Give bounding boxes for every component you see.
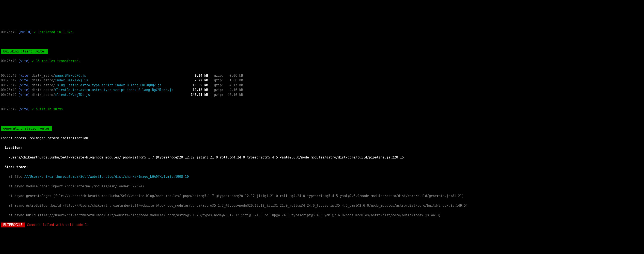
timestamp: 00:26:49 xyxy=(1,93,16,97)
blank-line xyxy=(1,117,643,122)
check-icon: ✓ xyxy=(32,107,34,111)
asset-row: 00:26:49 [vite] dist/_astro/_slug_.astro… xyxy=(1,83,643,88)
asset-gzip-size: gzip: 4.17 kB xyxy=(214,83,243,87)
vite-tag: [vite] xyxy=(18,88,30,92)
timestamp: 00:26:49 xyxy=(1,78,16,82)
lifecycle-msg: Command failed with exit code 1. xyxy=(25,223,89,227)
log-line: 00:26:49 [vite] ✓ 36 modules transformed… xyxy=(1,59,643,64)
vite-tag: [vite] xyxy=(18,93,30,97)
asset-gzip-size: gzip: 4.16 kB xyxy=(214,88,243,92)
location-path[interactable]: /Users/chikearthurozulumba/Self/website-… xyxy=(8,155,404,159)
timestamp: 00:26:49 xyxy=(1,59,16,63)
location-label: Location: xyxy=(1,145,643,150)
build-tag: [build] xyxy=(18,30,32,34)
vite-tag: [vite] xyxy=(18,74,30,78)
asset-row: 00:26:49 [vite] dist/_astro/client.DWvzg… xyxy=(1,93,643,98)
asset-path-prefix: dist/_astro/ xyxy=(32,83,55,87)
stack-frame: at file:///Users/chikearthurozulumba/Sel… xyxy=(1,174,643,179)
asset-filename: index.Bel2lkwj.js xyxy=(55,78,88,82)
stack-frame-link[interactable]: ///Users/chikearthurozulumba/Self/websit… xyxy=(24,175,189,179)
spacer xyxy=(173,88,191,92)
pipe-separator: │ xyxy=(208,78,214,82)
pipe-separator: │ xyxy=(208,83,214,87)
terminal-output: 00:26:49 [build] ✓ Completed in 1.87s. b… xyxy=(1,20,643,237)
timestamp: 00:26:49 xyxy=(1,83,16,87)
asset-size: 12.13 kB xyxy=(191,88,208,92)
asset-row: 00:26:49 [vite] dist/_astro/index.Bel2lk… xyxy=(1,78,643,83)
pipe-separator: │ xyxy=(208,88,214,92)
section-banner: building client (vite) xyxy=(1,49,643,54)
elifecycle-tag: ELIFECYCLE xyxy=(1,223,25,228)
asset-gzip-size: gzip: 1.00 kB xyxy=(214,78,243,82)
spacer xyxy=(86,74,191,78)
vite-tag: [vite] xyxy=(18,83,30,87)
stack-frame-prefix: at file: xyxy=(1,175,24,179)
blank-line xyxy=(1,39,643,44)
asset-filename: ClientRouter.astro_astro_type_script_ind… xyxy=(55,88,173,92)
location-path-line: /Users/chikearthurozulumba/Self/website-… xyxy=(1,155,643,160)
stack-frame: at async build (file:///Users/chikearthu… xyxy=(1,213,643,218)
asset-size: 0.04 kB xyxy=(191,74,208,78)
log-msg: 36 modules transformed. xyxy=(36,59,80,63)
log-msg: Completed in 1.87s. xyxy=(38,30,75,34)
log-line: 00:26:49 [vite] ✓ built in 302ms xyxy=(1,107,643,112)
check-icon: ✓ xyxy=(34,30,36,34)
stack-frame: at async generatePages (file:///Users/ch… xyxy=(1,194,643,199)
spacer xyxy=(162,83,191,87)
timestamp: 00:26:49 xyxy=(1,88,16,92)
asset-size: 143.01 kB xyxy=(191,93,208,97)
pipe-separator: │ xyxy=(208,93,214,97)
asset-filename: client.DWvzgTDt.js xyxy=(55,93,90,97)
check-icon: ✓ xyxy=(32,59,34,63)
log-line: 00:26:49 [build] ✓ Completed in 1.87s. xyxy=(1,30,643,35)
asset-row: 00:26:49 [vite] dist/_astro/ClientRouter… xyxy=(1,88,643,93)
timestamp: 00:26:49 xyxy=(1,30,16,34)
asset-gzip-size: gzip: 0.06 kB xyxy=(214,74,243,78)
stack-frame: at async ModuleLoader.import (node:inter… xyxy=(1,184,643,189)
asset-filename: _slug_.astro_astro_type_script_index_0_l… xyxy=(55,83,162,87)
asset-path-prefix: dist/_astro/ xyxy=(32,93,55,97)
section-banner: generating static routes xyxy=(1,126,643,131)
asset-path-prefix: dist/_astro/ xyxy=(32,88,55,92)
spacer xyxy=(90,93,191,97)
vite-tag: [vite] xyxy=(18,78,30,82)
indent xyxy=(1,155,8,159)
asset-list: 00:26:49 [vite] dist/_astro/page.BNYwb57… xyxy=(1,73,643,98)
asset-gzip-size: gzip: 46.16 kB xyxy=(214,93,243,97)
lifecycle-line: ELIFECYCLE Command failed with exit code… xyxy=(1,223,643,228)
vite-tag: [vite] xyxy=(18,107,30,111)
asset-size: 2.22 kB xyxy=(191,78,208,82)
pipe-separator: │ xyxy=(208,74,214,78)
asset-size: 10.89 kB xyxy=(191,83,208,87)
stack-frame: at async AstroBuilder.build (file:///Use… xyxy=(1,203,643,208)
vite-tag: [vite] xyxy=(18,59,30,63)
stack-trace-label: Stack trace: xyxy=(1,165,643,170)
asset-filename: page.BNYwb576.js xyxy=(55,74,86,78)
asset-path-prefix: dist/_astro/ xyxy=(32,78,55,82)
banner-building-client: building client (vite) xyxy=(1,49,48,54)
timestamp: 00:26:49 xyxy=(1,107,16,111)
timestamp: 00:26:49 xyxy=(1,74,16,78)
asset-path-prefix: dist/_astro/ xyxy=(32,74,55,78)
error-message: Cannot access '$$Image' before initializ… xyxy=(1,136,643,141)
asset-row: 00:26:49 [vite] dist/_astro/page.BNYwb57… xyxy=(1,73,643,78)
spacer xyxy=(88,78,191,82)
banner-generating-routes: generating static routes xyxy=(1,126,52,131)
log-msg: built in 302ms xyxy=(36,107,63,111)
